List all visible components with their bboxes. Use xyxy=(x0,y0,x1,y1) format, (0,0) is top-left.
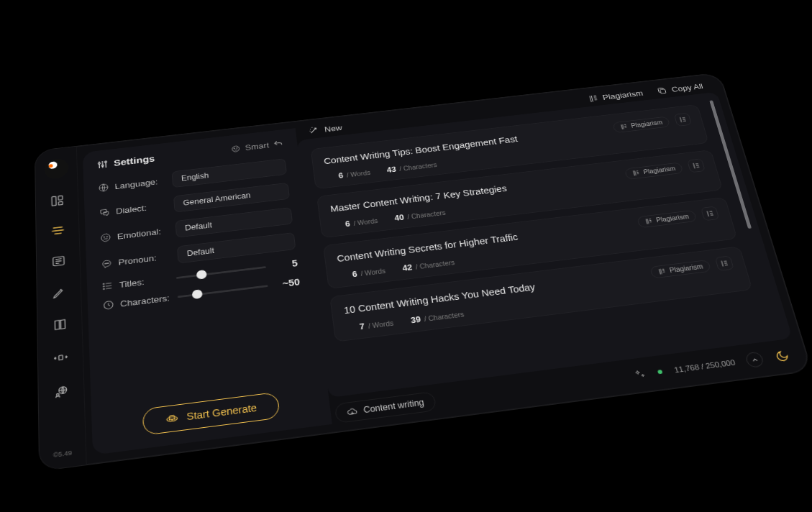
tab-settings[interactable]: Settings xyxy=(96,153,155,170)
card-action-icon[interactable] xyxy=(701,206,719,221)
svg-point-7 xyxy=(98,163,100,164)
characters-value: ~50 xyxy=(274,277,300,290)
plagiarism-chip[interactable]: Plagiarism xyxy=(637,209,697,227)
new-label: New xyxy=(324,123,342,133)
svg-rect-28 xyxy=(660,88,665,93)
svg-point-18 xyxy=(106,263,106,264)
credits-display: 11,768 / 250,000 xyxy=(673,358,736,374)
svg-rect-2 xyxy=(58,201,62,205)
menu-icon[interactable] xyxy=(48,222,65,239)
tab-smart-label: Smart xyxy=(245,141,269,152)
svg-point-27 xyxy=(173,418,175,419)
globe-icon xyxy=(97,183,109,193)
chevron-up-icon[interactable] xyxy=(744,352,765,368)
svg-point-19 xyxy=(107,262,108,263)
svg-point-22 xyxy=(103,288,104,289)
svg-point-10 xyxy=(232,146,239,152)
emotional-select[interactable]: Default xyxy=(175,207,293,238)
settings-panel: Settings Smart Language: English D xyxy=(82,128,332,455)
theme-toggle[interactable] xyxy=(772,348,792,365)
emotional-label: Emotional: xyxy=(117,227,161,241)
copy-icon xyxy=(656,86,668,95)
characters-icon xyxy=(102,299,114,311)
copy-all-label: Copy All xyxy=(670,82,704,93)
plagiarism-chip[interactable]: Plagiarism xyxy=(624,162,683,179)
globe-user-icon[interactable] xyxy=(52,382,70,401)
status-dot xyxy=(657,370,663,374)
svg-point-17 xyxy=(104,263,105,264)
characters-slider[interactable] xyxy=(177,285,268,298)
copy-all-button[interactable]: Copy All xyxy=(656,82,704,95)
svg-point-21 xyxy=(103,286,104,287)
cloud-icon xyxy=(346,406,358,417)
svg-point-11 xyxy=(234,148,234,149)
pronoun-select[interactable]: Default xyxy=(176,232,295,263)
layout-icon[interactable] xyxy=(48,193,65,209)
tab-settings-label: Settings xyxy=(113,153,155,168)
sparkle-icon xyxy=(633,368,647,380)
svg-point-9 xyxy=(104,161,106,163)
edit-icon[interactable] xyxy=(50,284,68,301)
main-area: New Plagiarism Copy All xyxy=(295,80,800,424)
tab-smart[interactable]: Smart xyxy=(230,140,283,154)
svg-point-16 xyxy=(106,236,107,237)
undo-icon xyxy=(273,140,284,149)
book-icon[interactable] xyxy=(50,316,68,334)
topic-label: Content writing xyxy=(362,398,424,415)
avatar[interactable] xyxy=(44,157,68,180)
language-select[interactable]: English xyxy=(171,158,286,188)
app-window: ©5.49 Settings Smart Language: xyxy=(34,72,812,471)
characters-label: Characters: xyxy=(119,293,169,308)
topic-tag[interactable]: Content writing xyxy=(334,391,437,424)
plagiarism-chip[interactable]: Plagiarism xyxy=(649,260,711,279)
pronoun-icon xyxy=(101,258,113,270)
nav-rail: ©5.49 xyxy=(35,147,86,471)
list-icon xyxy=(101,280,114,292)
plagiarism-chip[interactable]: Plagiarism xyxy=(612,116,670,133)
svg-point-12 xyxy=(237,147,237,148)
language-label: Language: xyxy=(114,177,158,191)
version-label: ©5.49 xyxy=(53,449,71,459)
card-action-icon[interactable] xyxy=(687,158,706,173)
svg-point-8 xyxy=(101,165,104,166)
ufo-icon xyxy=(165,413,179,424)
dialect-label: Dialect: xyxy=(115,203,146,215)
card-action-icon[interactable] xyxy=(714,255,734,271)
svg-rect-1 xyxy=(58,196,62,200)
new-button[interactable]: New xyxy=(307,123,342,136)
titles-label: Titles: xyxy=(119,277,144,289)
titles-slider[interactable] xyxy=(175,266,265,279)
wand-icon xyxy=(307,125,319,135)
expand-icon[interactable] xyxy=(51,349,70,367)
plagiarism-icon xyxy=(587,93,599,103)
plagiarism-label: Plagiarism xyxy=(601,88,644,101)
titles-value: 5 xyxy=(272,258,298,271)
svg-point-26 xyxy=(171,419,173,421)
svg-rect-0 xyxy=(51,196,55,206)
dialect-icon xyxy=(99,207,110,218)
svg-point-25 xyxy=(169,419,170,420)
generate-label: Start Generate xyxy=(186,402,257,422)
dialect-select[interactable]: General American xyxy=(173,183,290,213)
start-generate-button[interactable]: Start Generate xyxy=(142,392,280,436)
svg-point-20 xyxy=(103,283,104,284)
pronoun-label: Pronoun: xyxy=(118,253,157,267)
card-action-icon[interactable] xyxy=(673,113,691,127)
svg-rect-4 xyxy=(58,355,62,360)
svg-point-14 xyxy=(101,234,109,242)
news-icon[interactable] xyxy=(49,252,67,270)
emotion-icon xyxy=(99,232,111,243)
svg-point-15 xyxy=(104,237,104,237)
